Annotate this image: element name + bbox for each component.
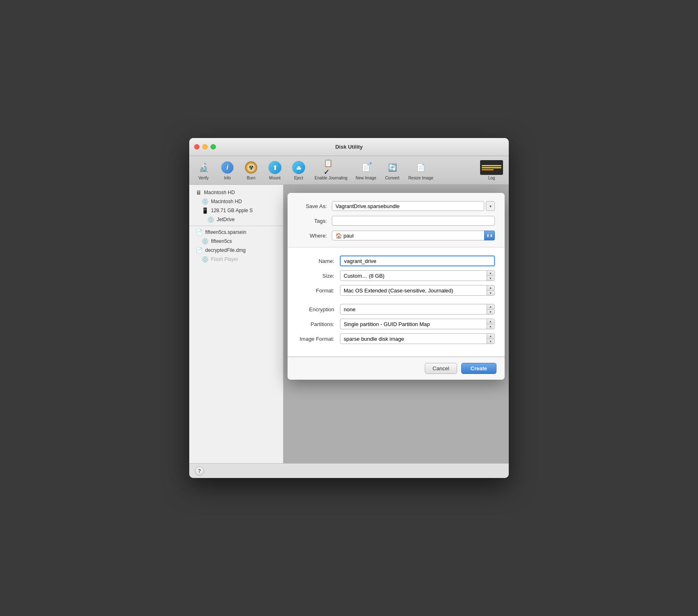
flash-icon: 💿	[202, 256, 208, 263]
cancel-button[interactable]: Cancel	[425, 363, 457, 374]
encryption-select[interactable]: none 128-bit AES encryption 256-bit AES …	[340, 304, 495, 315]
burn-button[interactable]: ☢ Burn	[240, 159, 262, 182]
sidebar-item-jetdrive[interactable]: 💿 JetDrive	[189, 215, 283, 224]
enable-journaling-icon: 📋✓	[324, 160, 338, 175]
sidebar-item-flash-player[interactable]: 💿 Flash Player	[189, 255, 283, 264]
sidebar-item-decrypted-dmg[interactable]: 📄 decryptedFile.dmg	[189, 246, 283, 255]
help-button[interactable]: ?	[195, 467, 204, 476]
save-dialog: Save As: ▾ Tags:	[288, 193, 505, 380]
encryption-stepper-up[interactable]: ▲	[487, 304, 494, 310]
sidebar-item-macintosh-hd-2[interactable]: 💿 Macintosh HD	[189, 197, 283, 206]
sidebar-item-macintosh-hd-1[interactable]: 🖥 Macintosh HD	[189, 188, 283, 197]
size-stepper-down[interactable]: ▼	[487, 276, 494, 281]
image-format-row: Image Format: sparse bundle disk image s…	[297, 333, 495, 344]
toolbar: 🔬 Verify i Info ☢ Burn ⬆ Mount ⏏ Eject	[189, 156, 509, 185]
modal-top-section: Save As: ▾ Tags:	[288, 193, 505, 247]
encryption-row: Encryption none 128-bit AES encryption 2…	[297, 304, 495, 315]
partitions-row: Partitions: Single partition - GUID Part…	[297, 319, 495, 329]
save-as-input[interactable]	[332, 201, 484, 211]
hd-icon-1: 🖥	[196, 189, 202, 196]
hd-icon-2: 💿	[202, 198, 208, 205]
convert-button[interactable]: 🔄 Convert	[381, 159, 403, 182]
info-button[interactable]: i Info	[216, 159, 238, 182]
size-label: Size:	[297, 273, 334, 279]
name-input[interactable]	[340, 256, 495, 266]
format-label: Format:	[297, 288, 334, 294]
create-button[interactable]: Create	[461, 363, 496, 374]
mobile-icon: 📱	[202, 207, 208, 214]
partitions-stepper-wrap: Single partition - GUID Partition Map Si…	[340, 319, 495, 329]
disk-icon-1: 💿	[202, 238, 208, 245]
convert-icon: 🔄	[385, 160, 400, 175]
partitions-select[interactable]: Single partition - GUID Partition Map Si…	[340, 319, 495, 329]
sidebar-divider-1	[189, 226, 283, 226]
body-area: 🖥 Macintosh HD 💿 Macintosh HD 📱 128.71 G…	[189, 185, 509, 463]
mount-icon: ⬆	[267, 160, 282, 175]
maximize-button[interactable]	[211, 144, 216, 149]
resize-image-button[interactable]: 📄 Resize Image	[405, 159, 437, 182]
image-format-label: Image Format:	[297, 336, 334, 342]
verify-icon: 🔬	[196, 160, 211, 175]
window-title: Disk Utility	[335, 144, 363, 150]
tags-input[interactable]	[332, 216, 495, 226]
bottom-bar: ?	[189, 463, 509, 478]
encryption-label: Encryption	[297, 306, 334, 313]
name-row: Name:	[297, 256, 495, 266]
sparse-icon-1: 📄	[196, 229, 203, 236]
size-row: Size: Custom… (8 GB) 20 MB 1 GB 8 GB ▲	[297, 270, 495, 281]
format-row: Format: Mac OS Extended (Case-sensitive,…	[297, 285, 495, 296]
image-format-stepper-down[interactable]: ▼	[487, 339, 494, 344]
sidebar-item-128gb-apple[interactable]: 📱 128.71 GB Apple S	[189, 206, 283, 215]
encryption-stepper-wrap: none 128-bit AES encryption 256-bit AES …	[340, 304, 495, 315]
eject-icon: ⏏	[291, 160, 306, 175]
eject-button[interactable]: ⏏ Eject	[288, 159, 310, 182]
minimize-button[interactable]	[202, 144, 208, 149]
burn-icon: ☢	[244, 160, 258, 175]
titlebar: Disk Utility	[189, 138, 509, 156]
log-button[interactable]: Log	[478, 159, 505, 181]
verify-button[interactable]: 🔬 Verify	[193, 159, 215, 182]
size-select[interactable]: Custom… (8 GB) 20 MB 1 GB 8 GB	[340, 270, 495, 281]
encryption-stepper-down[interactable]: ▼	[487, 310, 494, 315]
sidebar-item-fifteen5cs[interactable]: 💿 fifteen5cs	[189, 237, 283, 246]
where-select-wrap: 🏠 paul Desktop Documents Downloads ⬆⬇	[332, 231, 495, 240]
modal-bottom-section: Name: Size: Custom… (8 GB) 20 MB 1 GB	[288, 247, 505, 357]
size-stepper-wrap: Custom… (8 GB) 20 MB 1 GB 8 GB ▲ ▼	[340, 270, 495, 281]
dmg-icon: 📄	[196, 247, 203, 254]
where-select[interactable]: 🏠 paul Desktop Documents Downloads	[332, 231, 495, 240]
size-stepper-up[interactable]: ▲	[487, 271, 494, 276]
sidebar-item-fifteen5cs-sparse[interactable]: 📄 fifteen5cs.sparsein	[189, 228, 283, 237]
partitions-stepper-down[interactable]: ▼	[487, 324, 494, 329]
name-label: Name:	[297, 258, 334, 264]
format-stepper-down[interactable]: ▼	[487, 291, 494, 296]
where-row: Where: 🏠 paul Desktop Documents Download…	[297, 231, 495, 240]
save-as-dropdown-toggle[interactable]: ▾	[486, 201, 495, 211]
partitions-stepper-up[interactable]: ▲	[487, 319, 494, 324]
image-format-stepper-arrows: ▲ ▼	[487, 334, 494, 344]
info-icon: i	[220, 160, 235, 175]
partitions-stepper-arrows: ▲ ▼	[487, 319, 494, 329]
tags-label: Tags:	[297, 218, 327, 224]
close-button[interactable]	[194, 144, 199, 149]
tags-row: Tags:	[297, 216, 495, 226]
enable-journaling-button[interactable]: 📋✓ Enable Journaling	[311, 159, 351, 182]
where-label: Where:	[297, 233, 327, 239]
save-as-input-wrap: ▾	[332, 201, 495, 211]
image-format-select[interactable]: sparse bundle disk image sparse disk ima…	[340, 333, 495, 344]
encryption-stepper-arrows: ▲ ▼	[487, 304, 494, 314]
modal-footer: Cancel Create	[288, 357, 505, 380]
format-select[interactable]: Mac OS Extended (Case-sensitive, Journal…	[340, 285, 495, 296]
jetdrive-icon: 💿	[207, 216, 214, 223]
save-as-row: Save As: ▾	[297, 201, 495, 211]
mount-button[interactable]: ⬆ Mount	[264, 159, 286, 182]
partitions-label: Partitions:	[297, 321, 334, 327]
format-stepper-wrap: Mac OS Extended (Case-sensitive, Journal…	[340, 285, 495, 296]
size-stepper-arrows: ▲ ▼	[487, 271, 494, 281]
new-image-button[interactable]: 📄+ New Image	[352, 159, 380, 182]
format-stepper-up[interactable]: ▲	[487, 285, 494, 291]
image-format-stepper-up[interactable]: ▲	[487, 334, 494, 339]
format-stepper-arrows: ▲ ▼	[487, 285, 494, 295]
modal-overlay: Save As: ▾ Tags:	[283, 185, 509, 463]
main-window: Disk Utility 🔬 Verify i Info ☢ Burn ⬆ Mo…	[189, 138, 509, 478]
main-content: Save As: ▾ Tags:	[283, 185, 509, 463]
